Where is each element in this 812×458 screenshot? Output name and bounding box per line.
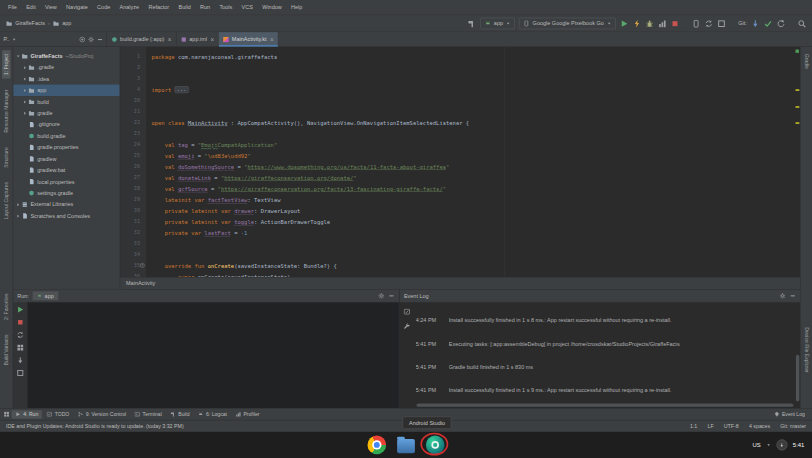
event-log-entries[interactable]: 4:24 PMInstall successfully finished in … — [414, 302, 800, 408]
toolwindow-button-todo[interactable]: TODO — [43, 410, 73, 418]
gutter-line[interactable]: 36 — [120, 271, 145, 277]
build-hammer-icon[interactable] — [468, 19, 476, 27]
tree-item-local-properties[interactable]: local.properties — [13, 176, 120, 187]
hide-panel-icon[interactable] — [388, 293, 394, 299]
tool-stripe-2-favorites[interactable]: 2: Favorites — [2, 290, 10, 323]
tree-item-gradle[interactable]: gradle — [13, 107, 120, 118]
run-config-select[interactable]: app — [480, 18, 515, 29]
gutter-line[interactable]: 23 — [120, 128, 145, 139]
gutter-line[interactable]: 30 — [120, 205, 145, 216]
tree-item-settings-gradle[interactable]: settings.gradle — [13, 187, 120, 198]
editor-tab-mainactivity-kt[interactable]: MainActivity.kt× — [219, 32, 279, 46]
code-line[interactable] — [151, 238, 800, 249]
chevron-right-icon[interactable] — [22, 65, 27, 70]
tree-item-gradle-properties[interactable]: gradle.properties — [13, 142, 120, 153]
sdk-manager-icon[interactable] — [717, 19, 725, 27]
file-encoding[interactable]: UTF-8 — [724, 423, 739, 429]
tool-stripe-1-project[interactable]: 1: Project — [2, 50, 10, 78]
code-line[interactable]: private lateinit var drawer: DrawerLayou… — [151, 205, 800, 216]
gutter-line[interactable]: 35 — [120, 260, 145, 271]
tool-stripe-structure[interactable]: Structure — [2, 144, 10, 171]
vertical-scrollbar[interactable] — [796, 355, 799, 402]
tree-item-idea[interactable]: .idea — [13, 73, 120, 84]
tool-stripe-build-variants[interactable]: Build Variants — [2, 331, 10, 369]
chrome-icon[interactable] — [368, 436, 387, 455]
sync-project-icon[interactable] — [704, 19, 712, 27]
editor-breadcrumb[interactable]: MainActivity — [120, 277, 800, 289]
keyboard-indicator[interactable]: US — [752, 442, 760, 449]
status-message[interactable]: IDE and Plugin Updates: Android Studio i… — [6, 423, 184, 429]
menu-item-edit[interactable]: Edit — [22, 4, 41, 10]
code-line[interactable]: val tag = "EmojiCompatApplication" — [151, 139, 800, 150]
code-line[interactable]: private lateinit var toggle: ActionBarDr… — [151, 216, 800, 227]
gutter-line[interactable]: 24 — [120, 139, 145, 150]
editor-tab-app-iml[interactable]: app.iml× — [176, 32, 219, 46]
scroll-to-end-icon[interactable] — [16, 357, 24, 365]
gutter-line[interactable]: 4 — [120, 84, 145, 95]
tree-item-gitignore[interactable]: .gitignore — [13, 119, 120, 130]
gutter-line[interactable]: 28 — [120, 183, 145, 194]
code-line[interactable]: val donateLink = "https://giraffeconserv… — [151, 172, 800, 183]
gutter-line[interactable]: 32 — [120, 227, 145, 238]
menu-item-run[interactable]: Run — [195, 4, 214, 10]
menu-item-tools[interactable]: Tools — [215, 4, 237, 10]
debug-button[interactable] — [645, 19, 653, 27]
horizontal-scrollbar[interactable] — [417, 403, 794, 406]
menu-item-refactor[interactable]: Refactor — [144, 4, 174, 10]
breadcrumb-module[interactable]: app — [62, 20, 71, 26]
code-line[interactable] — [151, 95, 800, 106]
gutter-line[interactable]: 21 — [120, 106, 145, 117]
indent-config[interactable]: 4 spaces — [749, 423, 770, 429]
clock[interactable]: 5:41 — [793, 442, 805, 449]
tree-item-app[interactable]: app — [13, 85, 120, 96]
code-line[interactable]: lateinit var factTextView: TextView — [151, 194, 800, 205]
code-line[interactable]: val emoji = "\ud83e\udd92" — [151, 150, 800, 161]
chevron-right-icon[interactable] — [22, 111, 27, 116]
gutter-line[interactable]: 25 — [120, 150, 145, 161]
gutter-line[interactable]: 27 — [120, 172, 145, 183]
code-line[interactable]: package com.naranjaconsal.giraffefacts — [151, 51, 800, 62]
gutter-line[interactable]: 34 — [120, 249, 145, 260]
tool-window-switcher-icon[interactable] — [3, 411, 9, 417]
toolwindow-button-9-version-control[interactable]: 9: Version Control — [74, 410, 130, 418]
run-console[interactable] — [27, 302, 398, 408]
gutter-line[interactable]: 20 — [120, 95, 145, 106]
close-icon[interactable]: × — [210, 36, 214, 42]
chevron-right-icon[interactable] — [22, 76, 27, 81]
code-line[interactable] — [151, 106, 800, 117]
run-tab-app[interactable]: app — [33, 291, 59, 300]
gutter-line[interactable]: 1 — [120, 51, 145, 62]
close-icon[interactable]: × — [270, 36, 274, 42]
gear-icon[interactable] — [88, 36, 94, 42]
menu-item-build[interactable]: Build — [174, 4, 196, 10]
toolwindow-button-profiler[interactable]: Profiler — [232, 410, 264, 418]
hide-panel-icon[interactable] — [790, 293, 796, 299]
code-line[interactable]: val gcfSource = "https://giraffeconserva… — [151, 183, 800, 194]
toolwindow-button-4-run[interactable]: 4: Run — [11, 410, 42, 418]
git-branch[interactable]: Git: master — [780, 423, 806, 429]
tool-stripe-resource-manager[interactable]: Resource Manager — [2, 86, 10, 136]
code-line[interactable]: val doSomethingSource = "https://www.dos… — [151, 161, 800, 172]
menu-item-vcs[interactable]: VCS — [237, 4, 258, 10]
editor-tab-build-gradle-app[interactable]: build.gradle (:app)× — [107, 32, 176, 46]
code-line[interactable]: import ... — [151, 84, 800, 95]
gutter-line[interactable]: 22 — [120, 117, 145, 128]
menu-item-code[interactable]: Code — [92, 4, 114, 10]
gutter-line[interactable]: 26 — [120, 161, 145, 172]
rerun-button[interactable] — [16, 306, 24, 314]
tree-item-gradlew[interactable]: gradlew — [13, 153, 120, 164]
chevron-right-icon[interactable] — [22, 88, 27, 93]
tree-item-gradle[interactable]: .gradle — [13, 62, 120, 73]
gutter-line[interactable]: 31 — [120, 216, 145, 227]
filter-icon[interactable] — [403, 308, 410, 315]
gutter-line[interactable]: 3 — [120, 73, 145, 84]
toolwindow-button-build[interactable]: Build — [166, 410, 193, 418]
files-icon[interactable] — [397, 439, 415, 453]
caret-position[interactable]: 1:1 — [690, 423, 697, 429]
system-tray-icon[interactable] — [776, 439, 787, 450]
line-separator[interactable]: LF — [707, 423, 713, 429]
menu-item-navigate[interactable]: Navigate — [61, 4, 92, 10]
stop-button[interactable] — [671, 19, 679, 27]
menu-item-file[interactable]: File — [3, 4, 21, 10]
avd-manager-icon[interactable] — [692, 19, 700, 27]
